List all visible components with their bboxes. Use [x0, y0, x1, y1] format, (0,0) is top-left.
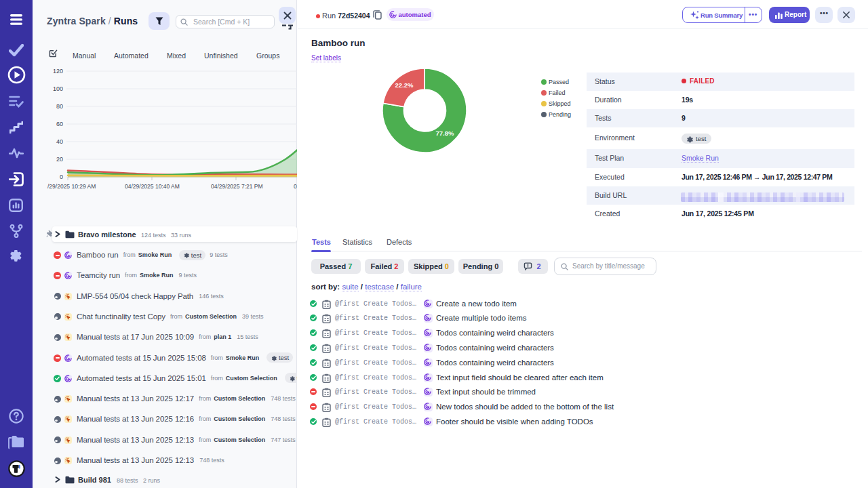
svg-text:0: 0 [60, 174, 63, 180]
svg-text:/29/2025 10:29 AM: /29/2025 10:29 AM [47, 183, 96, 190]
svg-text:22.2%: 22.2% [395, 81, 414, 89]
svg-text:100: 100 [53, 85, 63, 92]
svg-text:0: 0 [294, 183, 297, 190]
svg-text:60: 60 [56, 121, 63, 127]
svg-text:120: 120 [53, 68, 63, 75]
svg-text:80: 80 [56, 103, 63, 110]
svg-text:40: 40 [56, 138, 63, 145]
svg-text:04/29/2025 7:21 PM: 04/29/2025 7:21 PM [211, 183, 263, 190]
svg-text:20: 20 [56, 156, 63, 163]
svg-text:77.8%: 77.8% [436, 129, 454, 137]
svg-text:04/29/2025 10:40 AM: 04/29/2025 10:40 AM [125, 183, 180, 190]
